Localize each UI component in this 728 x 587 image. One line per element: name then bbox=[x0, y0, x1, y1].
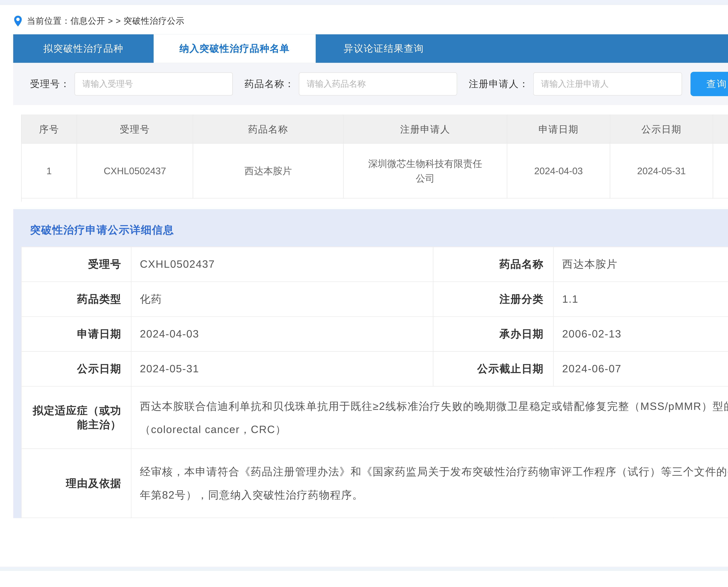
drug-name-label: 药品名称： bbox=[244, 78, 295, 90]
detail-drug-name-label: 药品名称 bbox=[433, 247, 554, 282]
col-publicity-end-date: 公示截止日期 bbox=[713, 115, 728, 143]
cell-drug-name: 西达本胺片 bbox=[193, 143, 343, 198]
detail-reg-class-value: 1.1 bbox=[554, 282, 728, 316]
cell-seq: 1 bbox=[21, 143, 77, 198]
detail-accept-no-value: CXHL0502437 bbox=[131, 247, 433, 282]
detail-drug-name-value: 西达本胺片 bbox=[554, 247, 728, 282]
detail-panel-title: 突破性治疗申请公示详细信息 bbox=[21, 219, 728, 246]
tab-included-breakthrough-list[interactable]: 纳入突破性治疗品种名单 bbox=[153, 34, 316, 63]
cell-applicant: 深圳微芯生物科技有限责任公司 bbox=[343, 143, 507, 198]
search-bar: 受理号： 药品名称： 注册申请人： 查询 bbox=[13, 63, 728, 105]
detail-undertake-date-value: 2006-02-13 bbox=[554, 316, 728, 351]
detail-publicity-end-label: 公示截止日期 bbox=[433, 351, 554, 386]
drug-name-input[interactable] bbox=[299, 72, 457, 96]
detail-reason-label: 理由及依据 bbox=[21, 449, 131, 518]
detail-panel: 突破性治疗申请公示详细信息 受理号 CXHL0502437 药品名称 西达本胺片… bbox=[13, 209, 728, 518]
col-apply-date: 申请日期 bbox=[507, 115, 610, 143]
tab-bar: 拟突破性治疗品种 纳入突破性治疗品种名单 异议论证结果查询 bbox=[13, 34, 728, 63]
location-pin-icon bbox=[13, 15, 23, 27]
cell-publicity-date: 2024-05-31 bbox=[610, 143, 713, 198]
col-drug-name: 药品名称 bbox=[193, 115, 343, 143]
bottom-band bbox=[0, 567, 728, 571]
detail-row-indication: 拟定适应症（或功能主治） 西达本胺联合信迪利单抗和贝伐珠单抗用于既往≥2线标准治… bbox=[21, 386, 728, 449]
detail-reason-value: 经审核，本申请符合《药品注册管理办法》和《国家药监局关于发布突破性治疗药物审评工… bbox=[131, 449, 728, 518]
breadcrumb: 当前位置：信息公开 > > 突破性治疗公示 bbox=[0, 5, 728, 34]
col-applicant: 注册申请人 bbox=[343, 115, 507, 143]
accept-no-label: 受理号： bbox=[30, 78, 70, 90]
col-seq: 序号 bbox=[21, 115, 77, 143]
cell-publicity-end-date: 2024-06-07 bbox=[713, 143, 728, 198]
detail-drug-type-label: 药品类型 bbox=[21, 282, 131, 316]
top-band bbox=[0, 0, 728, 5]
detail-publicity-date-label: 公示日期 bbox=[21, 351, 131, 386]
results-table: 序号 受理号 药品名称 注册申请人 申请日期 公示日期 公示截止日期 1 CXH… bbox=[21, 115, 728, 198]
detail-apply-date-value: 2024-04-03 bbox=[131, 316, 433, 351]
detail-publicity-date-value: 2024-05-31 bbox=[131, 351, 433, 386]
detail-row-type-class: 药品类型 化药 注册分类 1.1 bbox=[21, 282, 728, 316]
breadcrumb-text: 当前位置：信息公开 > > 突破性治疗公示 bbox=[27, 16, 185, 27]
tab-objection-result-query[interactable]: 异议论证结果查询 bbox=[316, 34, 452, 63]
detail-undertake-date-label: 承办日期 bbox=[433, 316, 554, 351]
results-table-header-row: 序号 受理号 药品名称 注册申请人 申请日期 公示日期 公示截止日期 bbox=[21, 115, 728, 143]
detail-row-accept-drug: 受理号 CXHL0502437 药品名称 西达本胺片 bbox=[21, 247, 728, 282]
table-row-partial bbox=[21, 198, 728, 202]
query-button[interactable]: 查询 bbox=[690, 72, 728, 96]
table-row[interactable]: 1 CXHL0502437 西达本胺片 深圳微芯生物科技有限责任公司 2024-… bbox=[21, 143, 728, 198]
detail-indication-label: 拟定适应症（或功能主治） bbox=[21, 386, 131, 449]
cell-accept-no: CXHL0502437 bbox=[77, 143, 193, 198]
col-accept-no: 受理号 bbox=[77, 115, 193, 143]
detail-indication-value: 西达本胺联合信迪利单抗和贝伐珠单抗用于既往≥2线标准治疗失败的晚期微卫星稳定或错… bbox=[131, 386, 728, 449]
col-publicity-date: 公示日期 bbox=[610, 115, 713, 143]
accept-no-input[interactable] bbox=[74, 72, 233, 96]
cell-apply-date: 2024-04-03 bbox=[507, 143, 610, 198]
tab-proposed-breakthrough[interactable]: 拟突破性治疗品种 bbox=[13, 34, 153, 63]
page: 当前位置：信息公开 > > 突破性治疗公示 拟突破性治疗品种 纳入突破性治疗品种… bbox=[0, 0, 728, 587]
detail-row-reason: 理由及依据 经审核，本申请符合《药品注册管理办法》和《国家药监局关于发布突破性治… bbox=[21, 449, 728, 518]
detail-row-publicity-dates: 公示日期 2024-05-31 公示截止日期 2024-06-07 bbox=[21, 351, 728, 386]
detail-drug-type-value: 化药 bbox=[131, 282, 433, 316]
detail-apply-date-label: 申请日期 bbox=[21, 316, 131, 351]
detail-row-apply-undertake: 申请日期 2024-04-03 承办日期 2006-02-13 bbox=[21, 316, 728, 351]
detail-table: 受理号 CXHL0502437 药品名称 西达本胺片 药品类型 化药 注册分类 … bbox=[21, 246, 728, 518]
detail-reg-class-label: 注册分类 bbox=[433, 282, 554, 316]
applicant-input[interactable] bbox=[533, 72, 682, 96]
detail-publicity-end-value: 2024-06-07 bbox=[554, 351, 728, 386]
applicant-label: 注册申请人： bbox=[469, 78, 529, 90]
detail-accept-no-label: 受理号 bbox=[21, 247, 131, 282]
